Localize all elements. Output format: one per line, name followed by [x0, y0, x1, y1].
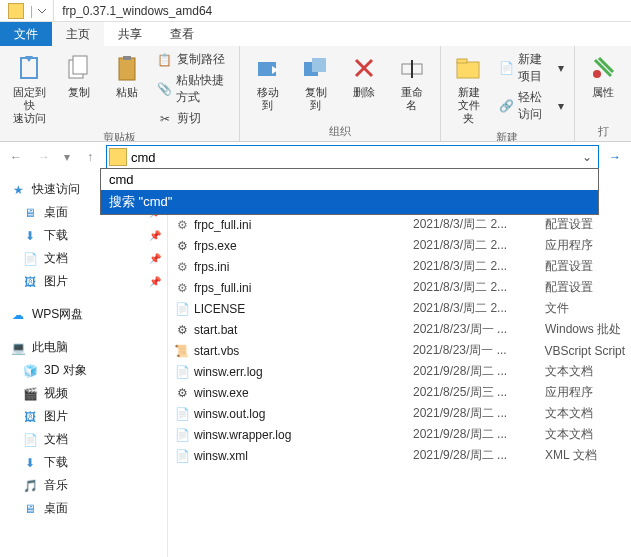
nav-forward-button[interactable]: →: [32, 145, 56, 169]
new-item-icon: 📄: [499, 60, 514, 76]
properties-button[interactable]: 属性: [583, 50, 623, 101]
sidebar-documents[interactable]: 📄文档📌: [0, 247, 167, 270]
svg-rect-2: [73, 56, 87, 74]
sidebar-music[interactable]: 🎵音乐: [0, 474, 167, 497]
rename-icon: [396, 52, 428, 84]
address-bar: ← → ▾ ↑ ⌄ → cmd 搜索 "cmd": [0, 142, 631, 172]
file-name: winsw.xml: [194, 449, 409, 463]
file-name: winsw.wrapper.log: [194, 428, 409, 442]
sidebar-downloads[interactable]: ⬇下载📌: [0, 224, 167, 247]
file-row[interactable]: ⚙start.bat2021/8/23/周一 ...Windows 批处: [168, 319, 631, 340]
sidebar-desktop2[interactable]: 🖥桌面: [0, 497, 167, 520]
move-icon: [252, 52, 284, 84]
ribbon-group-open: 属性 打: [575, 46, 631, 141]
document-icon: 📄: [22, 251, 38, 267]
file-row[interactable]: ⚙frps.exe2021/8/3/周二 2...应用程序: [168, 235, 631, 256]
tab-file[interactable]: 文件: [0, 22, 52, 46]
file-name: frps_full.ini: [194, 281, 409, 295]
scissors-icon: ✂: [157, 111, 173, 127]
file-name: winsw.exe: [194, 386, 409, 400]
dropdown-icon[interactable]: [35, 4, 49, 18]
music-icon: 🎵: [22, 478, 38, 494]
paste-button[interactable]: 粘贴: [107, 50, 147, 101]
tab-share[interactable]: 共享: [104, 22, 156, 46]
nav-recent-button[interactable]: ▾: [60, 145, 74, 169]
sidebar-pictures[interactable]: 🖼图片📌: [0, 270, 167, 293]
new-folder-button[interactable]: 新建 文件夹: [449, 50, 489, 128]
pin-quick-access-button[interactable]: 固定到快 速访问: [8, 50, 51, 128]
address-dropdown-icon[interactable]: ⌄: [578, 150, 596, 164]
file-row[interactable]: 📄winsw.xml2021/9/28/周二 ...XML 文档: [168, 445, 631, 466]
pin-icon: 📌: [149, 230, 161, 241]
cube-icon: 🧊: [22, 363, 38, 379]
file-type: 文件: [545, 300, 569, 317]
file-row[interactable]: ⚙winsw.exe2021/8/25/周三 ...应用程序: [168, 382, 631, 403]
file-date: 2021/8/3/周二 2...: [413, 279, 541, 296]
file-list[interactable]: ⚙frpc.exe2021/8/3/周二 2...应用程序⚙frpc.ini20…: [168, 172, 631, 557]
sidebar-wps[interactable]: ☁WPS网盘: [0, 303, 167, 326]
pin-icon: 📌: [149, 253, 161, 264]
sidebar-downloads2[interactable]: ⬇下载: [0, 451, 167, 474]
file-name: start.vbs: [194, 344, 409, 358]
qat-divider: |: [30, 4, 33, 18]
nav-up-button[interactable]: ↑: [78, 145, 102, 169]
sidebar-this-pc[interactable]: 💻此电脑: [0, 336, 167, 359]
go-button[interactable]: →: [603, 145, 627, 169]
svg-rect-11: [457, 59, 467, 63]
move-to-button[interactable]: 移动到: [248, 50, 288, 114]
copy-to-button[interactable]: 复制到: [296, 50, 336, 114]
file-date: 2021/8/3/周二 2...: [413, 258, 541, 275]
delete-button[interactable]: 删除: [344, 50, 384, 101]
pin-icon: 📌: [149, 276, 161, 287]
suggestion-item-selected[interactable]: 搜索 "cmd": [101, 190, 598, 214]
file-row[interactable]: 📄winsw.wrapper.log2021/9/28/周二 ...文本文档: [168, 424, 631, 445]
file-type-icon: ⚙: [174, 217, 190, 233]
sidebar-3d-objects[interactable]: 🧊3D 对象: [0, 359, 167, 382]
file-row[interactable]: ⚙frps.ini2021/8/3/周二 2...配置设置: [168, 256, 631, 277]
file-name: LICENSE: [194, 302, 409, 316]
sidebar-videos[interactable]: 🎬视频: [0, 382, 167, 405]
download-icon: ⬇: [22, 228, 38, 244]
file-row[interactable]: 📜start.vbs2021/8/23/周一 ...VBScript Scrip…: [168, 340, 631, 361]
file-type: 配置设置: [545, 279, 593, 296]
file-type-icon: 📄: [174, 448, 190, 464]
cut-button[interactable]: ✂剪切: [155, 109, 231, 128]
ribbon-group-organize: 移动到 复制到 删除 重命名 组织: [240, 46, 441, 141]
new-item-button[interactable]: 📄新建项目▾: [497, 50, 566, 86]
sidebar-documents2[interactable]: 📄文档: [0, 428, 167, 451]
file-type-icon: ⚙: [174, 259, 190, 275]
file-date: 2021/8/3/周二 2...: [413, 216, 541, 233]
file-date: 2021/9/28/周二 ...: [413, 447, 541, 464]
file-row[interactable]: 📄LICENSE2021/8/3/周二 2...文件: [168, 298, 631, 319]
file-type-icon: 📄: [174, 364, 190, 380]
path-icon: 📋: [157, 52, 173, 68]
file-type: 文本文档: [545, 405, 593, 422]
file-name: start.bat: [194, 323, 409, 337]
document-icon: 📄: [22, 432, 38, 448]
rename-button[interactable]: 重命名: [392, 50, 432, 114]
sidebar-pictures2[interactable]: 🖼图片: [0, 405, 167, 428]
suggestion-item[interactable]: cmd: [101, 169, 598, 190]
copy-path-button[interactable]: 📋复制路径: [155, 50, 231, 69]
svg-rect-4: [123, 56, 131, 60]
file-row[interactable]: ⚙frpc_full.ini2021/8/3/周二 2...配置设置: [168, 214, 631, 235]
new-folder-icon: [453, 52, 485, 84]
easy-access-button[interactable]: 🔗轻松访问▾: [497, 88, 566, 124]
shortcut-icon: 📎: [157, 81, 172, 97]
file-row[interactable]: 📄winsw.out.log2021/9/28/周二 ...文本文档: [168, 403, 631, 424]
file-type-icon: ⚙: [174, 322, 190, 338]
download-icon: ⬇: [22, 455, 38, 471]
paste-shortcut-button[interactable]: 📎粘贴快捷方式: [155, 71, 231, 107]
file-row[interactable]: 📄winsw.err.log2021/9/28/周二 ...文本文档: [168, 361, 631, 382]
tab-home[interactable]: 主页: [52, 22, 104, 46]
nav-back-button[interactable]: ←: [4, 145, 28, 169]
folder-icon: [109, 148, 127, 166]
tab-view[interactable]: 查看: [156, 22, 208, 46]
address-input[interactable]: [131, 150, 578, 165]
copy-button[interactable]: 复制: [59, 50, 99, 101]
copy-icon: [63, 52, 95, 84]
file-type: 文本文档: [545, 426, 593, 443]
address-input-box[interactable]: ⌄: [106, 145, 599, 169]
file-row[interactable]: ⚙frps_full.ini2021/8/3/周二 2...配置设置: [168, 277, 631, 298]
file-name: winsw.err.log: [194, 365, 409, 379]
